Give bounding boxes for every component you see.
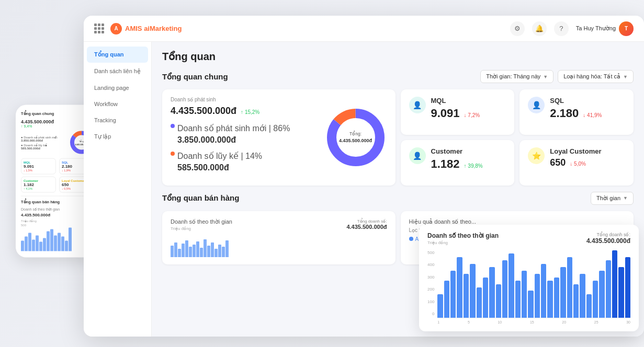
mobile-trend: ↑ 9,4%	[21, 124, 94, 128]
section-header-tongquan: Tổng quan chung Thời gian: Tháng này ▼ L…	[162, 70, 634, 83]
customer-icon: 👤	[409, 147, 426, 164]
bar-item	[470, 264, 475, 318]
loyal-value: 650	[550, 157, 566, 168]
sql-title: SQL	[550, 97, 625, 105]
banhang-chart-card: Doanh số theo thời gian Triệu đồng Tổng …	[162, 211, 396, 264]
banhang-chart-title: Doanh số theo thời gian	[171, 218, 232, 225]
bar-item	[528, 291, 533, 318]
bar-item	[612, 250, 617, 318]
section-header-banhang: Tổng quan bán hàng Thời gian ▼	[162, 192, 634, 205]
metrics-grid: 👤 MQL 9.091 ↓ 7,2% 👤	[401, 89, 634, 186]
sidebar-item-tracking[interactable]: Tracking	[87, 112, 148, 128]
bar-item	[437, 294, 443, 318]
mobile-donut-row: ● Doanh số phát sinh mới3.850.000.000đ ●…	[21, 130, 94, 155]
bar-item	[618, 267, 624, 318]
bar-item	[573, 284, 579, 318]
bell-icon-btn[interactable]: 🔔	[532, 21, 547, 36]
sidebar-item-landing[interactable]: Landing page	[87, 80, 148, 96]
donut-center: Tổng: 4.435.500.000đ	[339, 131, 372, 144]
sidebar: Tổng quan Danh sách liên hệ Landing page…	[84, 42, 152, 337]
banhang-unit: Triệu đồng	[171, 226, 232, 231]
nav-right: ⚙ 🔔 ? Ta Huy Thường T	[510, 21, 634, 36]
mql-icon: 👤	[409, 97, 426, 113]
customer-value: 1.182	[431, 157, 460, 171]
bar-item	[586, 294, 592, 318]
banhang-mini-chart	[171, 236, 387, 257]
mobile-big-number: 4.435.500.000đ	[21, 119, 94, 124]
loyal-title: Loyal Customer	[550, 147, 625, 155]
chevron-down-icon-3: ▼	[623, 195, 628, 201]
grid-icon[interactable]	[94, 24, 104, 33]
filter-row-tongquan: Thời gian: Tháng này ▼ Loại hàng hóa: Tấ…	[480, 70, 634, 83]
legend-dot-amis	[409, 237, 413, 241]
bar-item	[522, 271, 527, 318]
sidebar-item-tongquan[interactable]: Tổng quan	[87, 47, 148, 63]
nav-bar: A AMIS aiMarketing ⚙ 🔔 ? Ta Huy Thường T	[84, 16, 644, 42]
bar-item	[444, 281, 449, 318]
doanh-so-value: 4.435.500.000đ	[171, 106, 236, 117]
chart-panel-title: Doanh số theo thời gian	[427, 232, 499, 239]
loyal-customer-card: ⭐ Loyal Customer 650 ↓ 5,0%	[519, 140, 634, 186]
bar-item	[496, 284, 501, 318]
legend-item-1: Doanh số phát sinh mới | 86% 3.850.000.0…	[171, 123, 317, 146]
bar-item	[483, 277, 488, 318]
mobile-section1-title: Tổng quan chung	[21, 111, 94, 116]
section-title-banhang: Tổng quan bán hàng	[162, 193, 239, 203]
chevron-down-icon-2: ▼	[623, 74, 628, 79]
logo-icon: A	[110, 23, 122, 34]
logo-text: AMIS aiMarketing	[125, 25, 182, 32]
bar-item	[567, 257, 572, 318]
filter-time-btn[interactable]: Thời gian: Tháng này ▼	[480, 70, 553, 83]
bar-item	[606, 260, 611, 318]
banhang-total-value: 4.435.500.000đ	[346, 224, 387, 230]
sql-value: 2.180	[550, 107, 579, 120]
mql-trend: ↓ 7,2%	[464, 112, 480, 118]
mobile-stats-mql-sql: MQL 9.091 ↓ 1,5% SQL 2.180 ↓ 1,9%	[21, 158, 94, 175]
help-icon-btn[interactable]: ?	[554, 21, 569, 36]
chart-unit: Triệu đồng	[427, 240, 499, 245]
bar-item	[547, 281, 552, 318]
filter-time-banhang-btn[interactable]: Thời gian ▼	[591, 192, 634, 205]
mql-card: 👤 MQL 9.091 ↓ 7,2%	[401, 89, 515, 135]
loyal-trend: ↓ 5,0%	[570, 161, 586, 167]
section-title-tongquan: Tổng quan chung	[162, 72, 228, 82]
page-wrapper: Tổng quan chung 4.435.500.000đ ↑ 9,4% ● …	[0, 0, 644, 347]
bar-item	[535, 274, 540, 318]
bar-item	[580, 274, 585, 318]
filter-category-btn[interactable]: Loại hàng hóa: Tất cả ▼	[558, 70, 634, 83]
sidebar-item-danhsach[interactable]: Danh sách liên hệ	[87, 63, 148, 79]
bar-item	[509, 253, 514, 318]
mql-title: MQL	[431, 97, 506, 105]
sidebar-item-workflow[interactable]: Workflow	[87, 96, 148, 112]
user-name: Ta Huy Thường	[576, 25, 616, 32]
page-title: Tổng quan	[162, 50, 634, 63]
loyal-icon: ⭐	[528, 147, 545, 164]
mobile-divider	[21, 196, 94, 196]
y-axis: 500 400 300 200 100 0	[427, 250, 434, 318]
banhang-total-label: Tổng doanh số:	[346, 219, 387, 224]
chart-header: Doanh số theo thời gian Triệu đồng Tổng …	[427, 232, 630, 245]
chart-total-value: 4.435.500.000đ	[586, 237, 630, 245]
bar-item	[489, 267, 494, 318]
bar-item	[541, 264, 546, 318]
chart-total-label: Tổng doanh số:	[586, 232, 630, 237]
bar-item	[554, 277, 559, 318]
legend-item-2: Doanh số lũy kế | 14% 585.500.000đ	[171, 151, 317, 174]
bar-item	[502, 260, 507, 318]
sql-trend: ↓ 41,9%	[583, 112, 602, 118]
customer-title: Customer	[431, 147, 506, 155]
bar-chart	[437, 250, 630, 318]
bar-item	[515, 281, 521, 318]
settings-icon-btn[interactable]: ⚙	[510, 21, 525, 36]
sql-card: 👤 SQL 2.180 ↓ 41,9%	[519, 89, 634, 135]
nav-user: Ta Huy Thường T	[576, 21, 634, 36]
bar-item	[450, 271, 456, 318]
sidebar-item-tulap[interactable]: Tự lập	[87, 129, 148, 145]
nav-left: A AMIS aiMarketing	[94, 23, 182, 34]
chevron-down-icon: ▼	[543, 74, 548, 79]
user-avatar: T	[619, 21, 634, 36]
x-axis-labels: 1 5 10 15 20 25 30	[437, 320, 630, 324]
customer-trend: ↑ 39,8%	[464, 163, 483, 169]
mobile-mql-box: MQL 9.091 ↓ 1,5%	[21, 158, 56, 175]
bar-item	[457, 257, 462, 318]
